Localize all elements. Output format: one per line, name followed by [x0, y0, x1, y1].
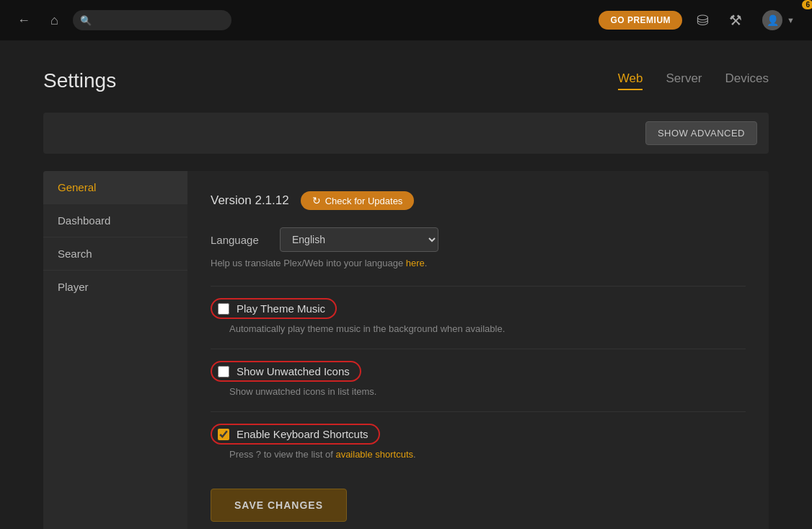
top-navigation: ← ⌂ 🔍 GO PREMIUM ⛁ ⚒ 👤 6 ▼ — [0, 0, 812, 40]
tab-devices[interactable]: Devices — [725, 71, 769, 90]
sidebar-item-general[interactable]: General — [43, 171, 187, 204]
user-menu[interactable]: 👤 6 ▼ — [756, 7, 800, 33]
search-input[interactable] — [73, 10, 231, 30]
main-content: Settings Web Server Devices SHOW ADVANCE… — [0, 40, 812, 529]
language-select[interactable]: English French German Spanish Italian Po… — [280, 227, 438, 252]
wrench-icon: ⚒ — [729, 12, 742, 28]
advanced-bar: SHOW ADVANCED — [43, 113, 769, 154]
tab-web[interactable]: Web — [618, 71, 643, 90]
enable-shortcuts-option: Enable Keyboard Shortcuts Press ? to vie… — [211, 424, 746, 460]
settings-sidebar: General Dashboard Search Player — [43, 171, 187, 529]
sidebar-item-player[interactable]: Player — [43, 271, 187, 303]
page-title: Settings — [43, 69, 618, 92]
translate-help: Help us translate Plex/Web into your lan… — [211, 258, 746, 268]
translate-link[interactable]: here — [406, 258, 425, 268]
enable-shortcuts-annotated: Enable Keyboard Shortcuts — [211, 424, 380, 445]
show-unwatched-icons-option: Show Unwatched Icons Show unwatched icon… — [211, 361, 746, 397]
save-changes-button[interactable]: SAVE CHANGES — [211, 489, 347, 522]
activity-icon-button[interactable]: ⛁ — [691, 7, 715, 33]
version-text: Version 2.1.12 — [211, 193, 289, 208]
settings-panel: Version 2.1.12 ↻ Check for Updates Langu… — [187, 171, 769, 529]
enable-shortcuts-desc: Press ? to view the list of available sh… — [229, 449, 746, 460]
settings-icon-button[interactable]: ⚒ — [723, 7, 748, 33]
show-unwatched-text: Show Unwatched Icons — [237, 365, 350, 377]
settings-tabs: Web Server Devices — [618, 71, 769, 90]
refresh-icon: ↻ — [312, 195, 321, 206]
divider-3 — [211, 411, 746, 412]
go-premium-button[interactable]: GO PREMIUM — [599, 11, 682, 30]
play-theme-music-annotated: Play Theme Music — [211, 298, 337, 319]
show-unwatched-annotated: Show Unwatched Icons — [211, 361, 361, 382]
tab-server[interactable]: Server — [666, 71, 702, 90]
available-shortcuts-link[interactable]: available shortcuts — [335, 449, 413, 460]
show-unwatched-desc: Show unwatched icons in list items. — [229, 386, 746, 397]
show-unwatched-label-row: Show Unwatched Icons — [211, 361, 746, 382]
play-theme-music-checkbox[interactable] — [218, 303, 229, 315]
enable-shortcuts-checkbox[interactable] — [218, 429, 229, 440]
play-theme-music-text: Play Theme Music — [237, 302, 325, 315]
notification-badge: 6 — [802, 0, 812, 9]
sidebar-item-search[interactable]: Search — [43, 237, 187, 271]
divider — [211, 286, 746, 287]
divider-2 — [211, 349, 746, 349]
sidebar-item-dashboard[interactable]: Dashboard — [43, 204, 187, 237]
activity-icon: ⛁ — [697, 12, 709, 28]
settings-body: General Dashboard Search Player Version … — [43, 171, 769, 529]
show-advanced-button[interactable]: SHOW ADVANCED — [645, 121, 757, 145]
show-unwatched-checkbox[interactable] — [218, 366, 229, 377]
avatar: 👤 — [762, 10, 782, 30]
play-theme-music-option: Play Theme Music Automatically play them… — [211, 298, 746, 334]
check-updates-button[interactable]: ↻ Check for Updates — [301, 191, 415, 210]
enable-shortcuts-text: Enable Keyboard Shortcuts — [237, 428, 369, 440]
play-theme-music-desc: Automatically play theme music in the ba… — [229, 323, 746, 334]
version-row: Version 2.1.12 ↻ Check for Updates — [211, 191, 746, 210]
settings-header: Settings Web Server Devices — [43, 69, 769, 92]
back-button[interactable]: ← — [12, 9, 36, 32]
enable-shortcuts-label-row: Enable Keyboard Shortcuts — [211, 424, 746, 445]
dropdown-icon: ▼ — [787, 16, 795, 25]
search-icon: 🔍 — [80, 15, 92, 26]
language-row: Language English French German Spanish I… — [211, 227, 746, 252]
home-button[interactable]: ⌂ — [45, 9, 64, 32]
play-theme-music-label-row: Play Theme Music — [211, 298, 746, 319]
language-label: Language — [211, 234, 268, 246]
